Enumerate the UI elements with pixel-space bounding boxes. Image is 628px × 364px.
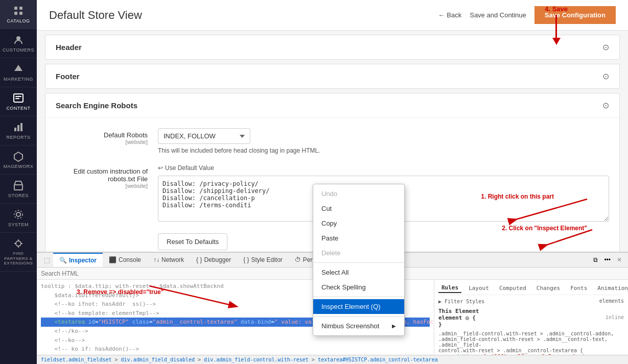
svg-rect-7 [15,98,19,99]
page-title: Default Store View [49,9,142,22]
context-menu-paste[interactable]: Paste [313,231,404,246]
sidebar-item-marketing[interactable]: MARKETING [0,58,37,87]
sidebar-item-mageworx[interactable]: MAGEWORX [0,145,37,175]
use-default-arrow-icon: ↩ [158,164,163,172]
stores-icon [13,180,24,191]
devtools-close-icon[interactable]: ✕ [615,254,624,265]
tab-network[interactable]: ↑↓ Network [147,253,190,266]
catalog-icon [13,5,24,16]
extensions-icon [13,238,24,249]
context-menu-nimbus[interactable]: Nimbus Screenshot [313,319,404,333]
sidebar-item-reports[interactable]: REPORTS [0,116,37,145]
customers-icon [13,34,24,45]
styles-tab-changes[interactable]: Changes [533,284,563,293]
sidebar-item-catalog[interactable]: CATALOG [0,0,37,29]
breadcrumb-fieldset[interactable]: fieldset.admin_fieldset [41,357,111,362]
context-menu-sep-2 [313,297,404,297]
devtools-dock-icon[interactable]: ⧉ [591,254,600,265]
topbar-actions: ← Back Save and Continue Save Configurat… [438,6,616,24]
footer-section[interactable]: Footer ⊙ [45,64,620,89]
styles-tab-layout[interactable]: Layout [466,284,492,293]
save-config-button[interactable]: Save Configuration [534,6,616,24]
styles-tab-computed[interactable]: Computed [496,284,529,293]
svg-marker-11 [14,152,22,161]
context-menu-delete: Delete [313,246,404,260]
tab-debugger[interactable]: { } Debugger [190,253,237,266]
use-default-label: Use Default Value [165,164,214,172]
header-section[interactable]: Header ⊙ [45,35,620,60]
use-default-link[interactable]: ↩ Use Default Value [158,164,609,172]
context-menu-paste-label: Paste [321,234,338,242]
breadcrumb-div-control[interactable]: div.admin_field-control.with-reset [204,357,309,362]
inspector-icon: 🔍 [59,257,67,264]
styles-tabs-header: Rules Layout Computed Changes Fonts Anim… [438,282,624,295]
sidebar-item-catalog-label: CATALOG [7,18,30,23]
default-robots-label: Default Robots [56,131,148,139]
sidebar-item-mageworx-label: MAGEWORX [4,164,34,169]
select-wrap: INDEX, FOLLOW NOINDEX, NOFOLLOW NOINDEX,… [158,128,609,144]
svg-point-13 [16,212,20,216]
main-wrapper: Default Store View ← Back Save and Conti… [37,0,628,364]
reset-button[interactable]: Reset To Defaults [158,233,227,250]
mageworx-icon [13,151,24,162]
debugger-icon: { } [196,256,202,263]
sidebar: CATALOG CUSTOMERS MARKETING CONTENT REPO… [0,0,37,364]
sidebar-item-system[interactable]: SYSTEM [0,204,37,233]
context-menu-check-spelling-label: Check Spelling [321,283,366,291]
svg-rect-1 [19,7,22,10]
header-section-label: Header [56,43,82,52]
tab-style-editor[interactable]: { } Style Editor [237,253,289,266]
sidebar-item-stores[interactable]: STORES [0,175,37,204]
svg-rect-0 [14,7,17,10]
context-menu-check-spelling[interactable]: Check Spelling [313,280,404,295]
system-icon [13,209,24,220]
styles-filter-elements: ▶ Filter Styles elements [438,298,624,305]
robots-section-label: Search Engine Robots [56,101,137,110]
context-menu-nimbus-label: Nimbus Screenshot [321,322,379,330]
content-icon [13,92,24,104]
context-menu-copy-label: Copy [321,220,337,227]
breadcrumb-div-disabled[interactable]: div.admin_field_disabled [121,357,195,362]
styles-tab-fonts[interactable]: Fonts [567,284,590,293]
network-icon: ↑↓ [153,256,159,263]
svg-rect-9 [17,125,19,131]
svg-point-15 [16,241,21,246]
svg-rect-6 [15,96,21,97]
styles-tab-animations[interactable]: Animations [594,284,628,293]
console-icon: ⬛ [109,256,117,263]
context-menu-inspect[interactable]: Inspect Element (Q) [313,299,404,314]
sidebar-item-extensions[interactable]: FIND PARTNERS & EXTENSIONS [0,233,37,272]
tab-console[interactable]: ⬛ Console [103,253,147,266]
svg-point-14 [14,210,22,219]
robots-chevron-icon: ⊙ [602,101,609,110]
devtools-more-icon[interactable]: ••• [602,254,613,265]
header-chevron-icon: ⊙ [602,42,609,52]
save-continue-button[interactable]: Save and Continue [470,11,526,19]
default-robots-select[interactable]: INDEX, FOLLOW NOINDEX, NOFOLLOW NOINDEX,… [158,128,250,144]
svg-rect-12 [14,185,22,190]
breadcrumb-textarea[interactable]: textarea#HSISTCP.admin_control-textarea [318,357,438,362]
svg-rect-8 [14,128,16,131]
context-menu: Undo Cut Copy Paste Delete Select All Ch… [313,184,405,336]
robots-section-header[interactable]: Search Engine Robots ⊙ [45,93,619,118]
style-editor-icon: { } [243,256,249,263]
devtools-tab-icons: ⧉ ••• ✕ [591,254,624,265]
default-robots-sub: [website] [56,139,148,145]
back-button[interactable]: ← Back [438,11,461,19]
devtools-styles-pane: Rules Layout Computed Changes Fonts Anim… [434,280,628,355]
context-menu-copy[interactable]: Copy [313,216,404,231]
context-menu-select-all-label: Select All [321,269,348,276]
sidebar-item-content[interactable]: CONTENT [0,87,37,116]
sidebar-item-reports-label: REPORTS [7,135,31,140]
context-menu-undo-label: Undo [321,190,337,198]
html-line-6: <!--ko--> [41,336,430,345]
sidebar-item-marketing-label: MARKETING [4,77,33,82]
sidebar-item-customers[interactable]: CUSTOMERS [0,29,37,58]
footer-chevron-icon: ⊙ [602,71,609,81]
devtools-pick-icon[interactable]: ⬚ [41,254,53,266]
styles-tab-rules[interactable]: Rules [438,283,461,293]
context-menu-delete-label: Delete [321,249,341,257]
context-menu-select-all[interactable]: Select All [313,265,404,280]
tab-inspector[interactable]: 🔍 Inspector [53,253,103,267]
context-menu-cut[interactable]: Cut [313,201,404,216]
